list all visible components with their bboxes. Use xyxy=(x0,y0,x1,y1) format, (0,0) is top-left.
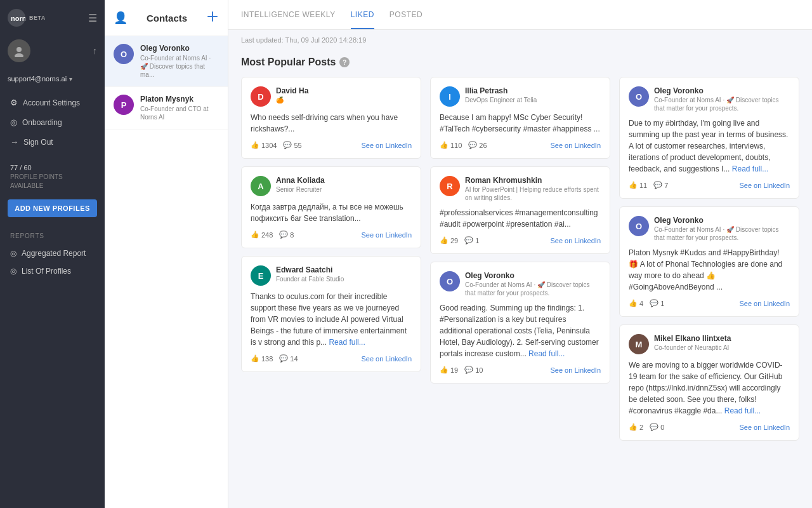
contacts-nav-icon[interactable]: 👤 xyxy=(114,11,128,25)
svg-rect-5 xyxy=(212,11,213,22)
see-on-linkedin-link[interactable]: See on LinkedIn xyxy=(361,355,412,363)
comments-stat: 💬14 xyxy=(279,354,298,363)
like-icon: 👍 xyxy=(251,231,259,239)
read-more-link[interactable]: Read full... xyxy=(329,338,365,347)
posts-grid: D David Ha 🍊 Who needs self-driving cars… xyxy=(241,77,799,448)
likes-stat: 👍110 xyxy=(440,141,462,149)
list-icon: ◎ xyxy=(10,267,16,276)
post-footer: 👍110 💬26 See on LinkedIn xyxy=(440,141,601,149)
main-scroll-area[interactable]: Most Popular Posts ? D David Ha 🍊 Who xyxy=(228,50,812,508)
post-author-title: Co-Founder at Norns AI · 🚀 Discover topi… xyxy=(654,96,790,112)
post-author-info: Mikel Elkano Ilintxeta Co-founder of Neu… xyxy=(654,334,790,352)
tab-posted[interactable]: POSTED xyxy=(390,0,422,29)
post-author-title: Co-Founder at Norns AI · 🚀 Discover topi… xyxy=(465,281,601,297)
post-avatar: I xyxy=(440,86,460,107)
post-card: O Oleg Voronko Co-Founder at Norns AI · … xyxy=(619,77,799,199)
help-icon[interactable]: ? xyxy=(339,57,350,67)
see-on-linkedin-link[interactable]: See on LinkedIn xyxy=(739,182,790,189)
comment-icon: 💬 xyxy=(464,236,473,244)
post-avatar: M xyxy=(629,334,649,354)
see-on-linkedin-link[interactable]: See on LinkedIn xyxy=(550,366,601,374)
logo-area: norns BETA xyxy=(8,9,46,27)
contact-avatar-platon: P xyxy=(114,95,134,115)
posts-column-3: O Oleg Voronko Co-Founder at Norns AI · … xyxy=(619,77,799,448)
likes-stat: 👍248 xyxy=(251,231,273,239)
post-author-name: Illia Petrash xyxy=(465,86,601,95)
comment-icon: 💬 xyxy=(283,141,292,149)
post-stats: 👍29 💬1 xyxy=(440,236,479,244)
read-more-link[interactable]: Read full... xyxy=(732,164,768,173)
post-stats: 👍138 💬14 xyxy=(251,354,298,363)
avatar xyxy=(8,39,30,62)
user-email-dropdown[interactable]: support4@norns.ai ▾ xyxy=(8,75,97,83)
see-on-linkedin-link[interactable]: See on LinkedIn xyxy=(361,142,412,149)
post-card: I Illia Petrash DevOps Engineer at Telia… xyxy=(430,77,610,159)
post-author-name: Oleg Voronko xyxy=(465,271,601,280)
profile-points: 77 / 60 PROFILE POINTS AVAILABLE xyxy=(0,154,105,194)
post-author-info: Anna Koliada Senior Recruiter xyxy=(276,176,412,194)
likes-stat: 👍1304 xyxy=(251,141,277,149)
comment-icon: 💬 xyxy=(653,181,662,189)
comment-icon: 💬 xyxy=(279,354,288,363)
like-icon: 👍 xyxy=(251,354,259,363)
contact-desc: Co-Founder and CTO at Norns AI xyxy=(140,105,219,121)
see-on-linkedin-link[interactable]: See on LinkedIn xyxy=(550,237,601,244)
contacts-panel: 👤 Contacts O Oleg Voronko Co-Founder at … xyxy=(105,0,228,508)
post-avatar: E xyxy=(251,265,271,286)
nav-item-onboarding[interactable]: ◎ Onboarding xyxy=(0,112,105,132)
post-author-info: Illia Petrash DevOps Engineer at Telia xyxy=(465,86,601,104)
report-label: List Of Profiles xyxy=(22,267,71,276)
tab-liked[interactable]: LIKED xyxy=(351,0,374,29)
reports-label: REPORTS xyxy=(10,232,95,239)
signout-icon: → xyxy=(10,137,18,147)
see-on-linkedin-link[interactable]: See on LinkedIn xyxy=(739,300,790,307)
post-author-info: Oleg Voronko Co-Founder at Norns AI · 🚀 … xyxy=(465,271,601,297)
post-text: We are moving to a bigger worldwide COVI… xyxy=(629,359,790,417)
post-author-info: Roman Khromushkin AI for PowerPoint | He… xyxy=(465,176,601,202)
add-new-profiles-button[interactable]: ADD NEW PROFILES xyxy=(8,199,97,217)
post-author: M Mikel Elkano Ilintxeta Co-founder of N… xyxy=(629,334,790,354)
post-author: D David Ha 🍊 xyxy=(251,86,412,107)
post-author: O Oleg Voronko Co-Founder at Norns AI · … xyxy=(629,216,790,242)
comments-stat: 💬55 xyxy=(283,141,301,149)
post-avatar: R xyxy=(440,176,460,196)
see-on-linkedin-link[interactable]: See on LinkedIn xyxy=(739,424,790,431)
contact-item-platon[interactable]: P Platon Mysnyk Co-Founder and CTO at No… xyxy=(105,87,228,130)
post-avatar: O xyxy=(629,216,649,236)
tab-intelligence-weekly[interactable]: INTELLIGENCE WEEKLY xyxy=(241,0,336,29)
report-icon: ◎ xyxy=(10,249,16,258)
contact-info-platon: Platon Mysnyk Co-Founder and CTO at Norn… xyxy=(140,95,219,121)
post-author-title: Founder at Fable Studio xyxy=(276,275,412,283)
post-avatar: A xyxy=(251,176,271,196)
see-on-linkedin-link[interactable]: See on LinkedIn xyxy=(361,231,412,239)
post-stats: 👍248 💬8 xyxy=(251,231,294,239)
post-author: O Oleg Voronko Co-Founder at Norns AI · … xyxy=(440,271,601,297)
report-item-list-of-profiles[interactable]: ◎ List Of Profiles xyxy=(10,262,95,280)
comments-stat: 💬26 xyxy=(468,141,487,149)
post-author-info: Edward Saatchi Founder at Fable Studio xyxy=(276,265,412,283)
like-icon: 👍 xyxy=(251,141,259,149)
post-text: Когда завтра дедлайн, а ты все не можешь… xyxy=(251,201,412,224)
nav-item-sign-out[interactable]: → Sign Out xyxy=(0,132,105,152)
post-author-title: Co-Founder at Norns AI · 🚀 Discover topi… xyxy=(654,225,790,242)
add-contact-icon[interactable] xyxy=(206,10,219,25)
upload-icon[interactable]: ↑ xyxy=(93,46,97,56)
nav-item-account-settings[interactable]: ⚙ Account Settings xyxy=(0,93,105,112)
post-footer: 👍4 💬1 See on LinkedIn xyxy=(629,299,790,307)
like-icon: 👍 xyxy=(440,236,449,244)
comments-stat: 💬1 xyxy=(464,236,479,244)
sidebar-header: norns BETA ☰ xyxy=(0,0,105,36)
likes-stat: 👍11 xyxy=(629,181,647,189)
read-more-link[interactable]: Read full... xyxy=(724,406,761,415)
report-item-aggregated[interactable]: ◎ Aggregated Report xyxy=(10,244,95,262)
post-footer: 👍11 💬7 See on LinkedIn xyxy=(629,181,790,189)
post-text: Thanks to oculus.com for their incredibl… xyxy=(251,291,412,348)
hamburger-icon[interactable]: ☰ xyxy=(88,12,97,24)
comment-icon: 💬 xyxy=(650,299,658,307)
read-more-link[interactable]: Read full... xyxy=(528,349,565,358)
post-author: O Oleg Voronko Co-Founder at Norns AI · … xyxy=(629,86,790,112)
likes-stat: 👍138 xyxy=(251,354,273,363)
post-text: Platon Mysnyk #Kudos and #HappyBirthday!… xyxy=(629,247,790,293)
contact-item-oleg[interactable]: O Oleg Voronko Co-Founder at Norns AI · … xyxy=(105,36,228,87)
see-on-linkedin-link[interactable]: See on LinkedIn xyxy=(550,142,601,149)
